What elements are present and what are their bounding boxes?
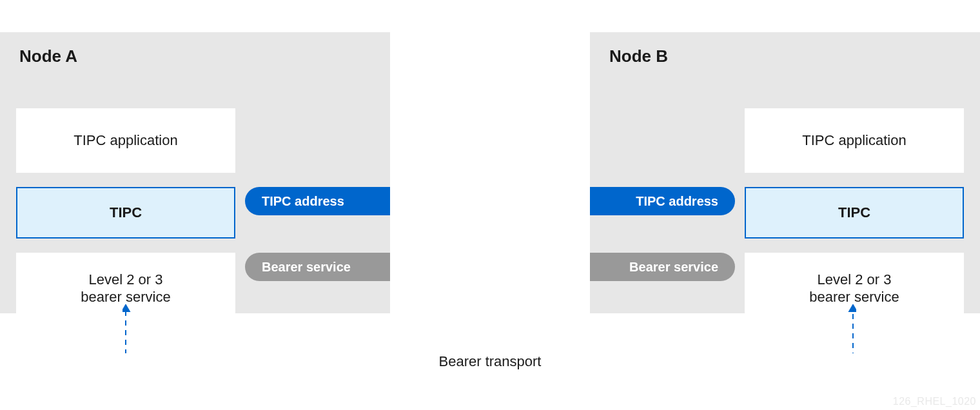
node-a-tipc-address-pill: TIPC address [245, 187, 390, 215]
node-a-layer-app: TIPC application [16, 108, 235, 173]
node-b-layer-app: TIPC application [745, 108, 964, 173]
watermark: 126_RHEL_1020 [893, 396, 976, 407]
bearer-transport-label-wrap: Bearer transport [0, 353, 980, 370]
node-a-bearer-service-pill: Bearer service [245, 253, 390, 281]
bearer-transport-label: Bearer transport [435, 353, 545, 369]
node-a-layer-tipc: TIPC [16, 187, 235, 239]
node-a-stack: TIPC application TIPC Level 2 or 3bearer… [16, 108, 235, 324]
node-b-title: Node B [590, 46, 980, 66]
node-b-address-pills: TIPC address Bearer service [590, 187, 735, 281]
node-b-tipc-address-pill: TIPC address [590, 187, 735, 215]
node-a-panel: Node A TIPC application TIPC Level 2 or … [0, 32, 390, 313]
node-a-title: Node A [0, 46, 390, 66]
node-b-bearer-service-pill: Bearer service [590, 253, 735, 281]
node-b-panel: Node B TIPC application TIPC Level 2 or … [590, 32, 980, 313]
node-b-stack: TIPC application TIPC Level 2 or 3bearer… [745, 108, 964, 324]
node-b-layer-bearer: Level 2 or 3bearer service [745, 253, 964, 324]
node-b-layer-tipc: TIPC [745, 187, 964, 239]
node-a-layer-bearer: Level 2 or 3bearer service [16, 253, 235, 324]
node-a-address-pills: TIPC address Bearer service [245, 187, 390, 281]
